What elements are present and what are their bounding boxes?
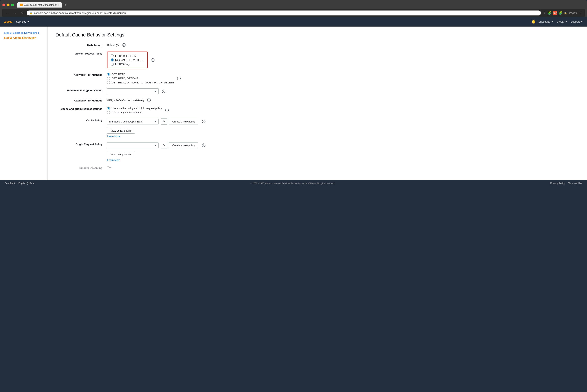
cache-origin-radio-legacy[interactable] [107, 111, 110, 114]
language-selector[interactable]: English (US) ▼ [19, 182, 35, 185]
user-menu-button[interactable]: onesquad ▼ [539, 20, 553, 23]
allowed-http-label-get-head: GET, HEAD [112, 73, 125, 76]
tab-favicon [20, 4, 23, 6]
viewer-protocol-radio-https-only[interactable] [111, 62, 114, 66]
cache-policy-info-icon[interactable]: i [202, 120, 205, 123]
viewer-protocol-radio-redirect[interactable] [111, 58, 114, 62]
services-nav-button[interactable]: Services ▼ [16, 20, 30, 23]
path-pattern-label: Path Pattern [56, 43, 107, 47]
terms-of-use-link[interactable]: Terms of Use [568, 182, 582, 185]
aws-logo-mark: aws [4, 19, 12, 24]
back-button[interactable]: ← [5, 11, 10, 15]
origin-request-policy-create-button[interactable]: Create a new policy [169, 142, 198, 148]
allowed-http-label: Allowed HTTP Methods [56, 73, 107, 77]
services-label: Services [16, 20, 26, 23]
view-origin-request-policy-details-button[interactable]: View policy details [107, 152, 135, 157]
cache-policy-refresh-button[interactable]: ↻ [161, 118, 167, 125]
star-icon[interactable]: ☆ [543, 11, 546, 15]
viewer-protocol-option-http-https[interactable]: HTTP and HTTPS [111, 54, 144, 57]
origin-request-policy-controls: ▼ ↻ Create a new policy i [107, 142, 205, 148]
origin-request-policy-select[interactable] [107, 142, 159, 148]
tab-bar: AWS CloudFront Management × + [17, 2, 68, 8]
path-pattern-info-icon[interactable]: i [122, 43, 126, 47]
address-actions: ☆ 🧩 ABP 🧩 🕵 Incognito ⋮ [543, 11, 582, 15]
sidebar-item-step2[interactable]: Step 2: Create distribution [4, 36, 44, 39]
field-level-select[interactable] [107, 88, 159, 94]
origin-request-policy-select-wrapper: ▼ [107, 142, 159, 148]
footer-copyright: © 2008 - 2020, Amazon Internet Services … [250, 182, 335, 184]
origin-request-policy-refresh-button[interactable]: ↻ [161, 142, 167, 148]
notifications-bell-icon[interactable]: 🔔 [531, 20, 536, 24]
cache-origin-option-legacy[interactable]: Use legacy cache settings [107, 111, 162, 114]
allowed-http-radio-group: GET, HEAD GET, HEAD, OPTIONS GET, HEAD, … [107, 73, 174, 84]
viewer-protocol-label: Viewer Protocol Policy [56, 52, 107, 56]
services-chevron-icon: ▼ [27, 20, 29, 23]
allowed-http-radio-all[interactable] [107, 81, 110, 84]
cache-policy-controls: Managed-CachingOptimized ▼ ↻ Create a ne… [107, 118, 205, 125]
cache-policy-actions: View policy details [107, 128, 135, 134]
content-area: Default Cache Behavior Settings Path Pat… [48, 26, 587, 180]
origin-request-policy-info-icon[interactable]: i [202, 144, 205, 147]
cache-origin-info-icon[interactable]: i [165, 108, 169, 112]
allowed-http-info-icon[interactable]: i [177, 77, 181, 80]
viewer-protocol-option-https-only[interactable]: HTTPS Only [111, 62, 144, 66]
viewer-protocol-value-area: HTTP and HTTPS Redirect HTTP to HTTPS HT… [107, 52, 234, 68]
url-bar[interactable]: 🔒 console.aws.amazon.com/cloudfront/home… [27, 10, 541, 16]
abp-extension-icon[interactable]: ABP [553, 11, 557, 15]
footer-right: Privacy Policy Terms of Use [550, 182, 582, 185]
cache-origin-value-area: Use a cache policy and origin request po… [107, 107, 234, 114]
cache-origin-radio-policy[interactable] [107, 107, 110, 110]
view-cache-policy-details-button[interactable]: View policy details [107, 128, 135, 134]
cache-origin-label-legacy: Use legacy cache settings [112, 111, 142, 114]
browser-menu-icon[interactable]: ⋮ [579, 11, 582, 15]
field-level-label: Field-level Encryption Config [56, 88, 107, 92]
footer-left: Feedback English (US) ▼ [5, 182, 35, 185]
allowed-http-radio-get-head[interactable] [107, 73, 110, 76]
active-tab[interactable]: AWS CloudFront Management × [17, 2, 62, 8]
page-title: Default Cache Behavior Settings [56, 32, 579, 38]
sidebar-item-step1[interactable]: Step 1: Select delivery method [4, 31, 44, 34]
viewer-protocol-radio-http-https[interactable] [111, 54, 114, 57]
viewer-protocol-label-https-only: HTTPS Only [115, 62, 130, 66]
cache-policy-learn-more-link[interactable]: Learn More [107, 135, 120, 138]
cached-http-info-icon[interactable]: i [147, 98, 151, 102]
aws-logo: aws [4, 19, 12, 24]
allowed-http-option-all[interactable]: GET, HEAD, OPTIONS, PUT, POST, PATCH, DE… [107, 81, 174, 84]
viewer-protocol-box: HTTP and HTTPS Redirect HTTP to HTTPS HT… [107, 52, 148, 68]
cache-policy-create-button[interactable]: Create a new policy [169, 119, 198, 124]
allowed-http-radio-get-head-options[interactable] [107, 77, 110, 80]
forward-button[interactable]: → [12, 11, 18, 15]
support-menu-button[interactable]: Support ▼ [571, 20, 583, 23]
browser-chrome: AWS CloudFront Management × + ← → ↻ 🔒 co… [0, 0, 587, 17]
cached-http-value: GET, HEAD (Cached by default) [107, 99, 144, 102]
allowed-http-option-get-head[interactable]: GET, HEAD [107, 73, 174, 76]
close-button[interactable] [3, 4, 5, 6]
viewer-protocol-option-redirect[interactable]: Redirect HTTP to HTTPS [111, 58, 144, 62]
allowed-http-option-get-head-options[interactable]: GET, HEAD, OPTIONS [107, 77, 174, 80]
cache-policy-select[interactable]: Managed-CachingOptimized [107, 119, 159, 124]
maximize-button[interactable] [11, 4, 14, 6]
extension-icon: 🧩 [547, 11, 551, 15]
refresh-button[interactable]: ↻ [20, 11, 25, 15]
viewer-protocol-info-icon[interactable]: i [151, 58, 155, 62]
cache-policy-select-wrapper: Managed-CachingOptimized ▼ [107, 119, 159, 124]
minimize-button[interactable] [7, 4, 10, 6]
field-level-info-icon[interactable]: i [162, 90, 165, 93]
feedback-link[interactable]: Feedback [5, 182, 15, 185]
allowed-http-label-all: GET, HEAD, OPTIONS, PUT, POST, PATCH, DE… [112, 81, 174, 84]
cache-policy-refresh-icon: ↻ [163, 120, 165, 123]
cache-origin-option-policy[interactable]: Use a cache policy and origin request po… [107, 107, 162, 110]
new-tab-button[interactable]: + [63, 2, 68, 8]
viewer-protocol-label-http-https: HTTP and HTTPS [115, 54, 136, 57]
smooth-streaming-value: Yes [107, 166, 111, 169]
language-chevron-icon: ▼ [33, 182, 35, 185]
privacy-policy-link[interactable]: Privacy Policy [550, 182, 565, 185]
aws-nav-right: 🔔 onesquad ▼ Global ▼ Support ▼ [531, 20, 583, 24]
origin-request-policy-learn-more-link[interactable]: Learn More [107, 158, 120, 162]
main-container: Step 1: Select delivery method Step 2: C… [0, 26, 587, 180]
region-menu-button[interactable]: Global ▼ [557, 20, 567, 23]
allowed-http-row: Allowed HTTP Methods GET, HEAD GET, HEAD… [56, 73, 234, 84]
footer: Feedback English (US) ▼ © 2008 - 2020, A… [0, 180, 587, 187]
extensions-puzzle-icon[interactable]: 🧩 [558, 11, 562, 15]
tab-close-btn[interactable]: × [58, 4, 59, 6]
